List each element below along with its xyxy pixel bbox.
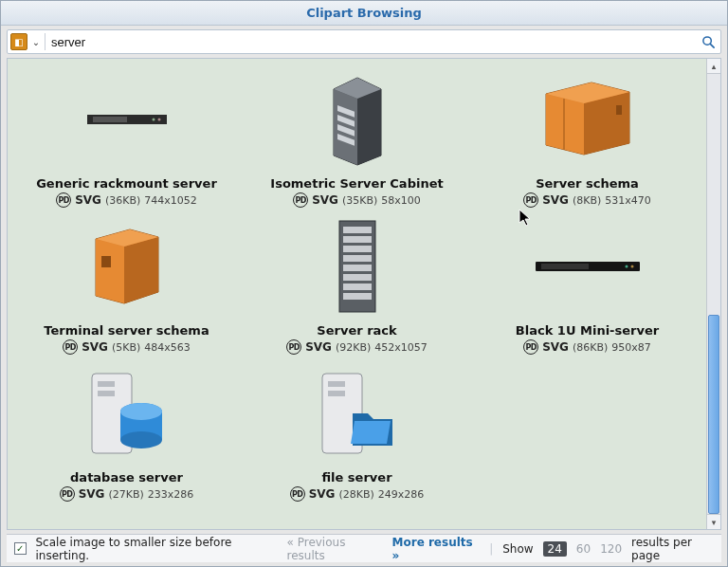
svg-rect-19: [616, 105, 622, 115]
svg-rect-32: [343, 284, 372, 290]
terminal-server-icon: [92, 228, 162, 305]
pd-license-icon: PD: [523, 339, 538, 355]
svg-rect-46: [328, 381, 345, 387]
scroll-track-area[interactable]: [707, 74, 720, 514]
svg-rect-27: [343, 236, 372, 243]
svg-rect-40: [98, 391, 115, 396]
result-title: file server: [321, 470, 391, 485]
result-item[interactable]: Terminal server schema PD SVG (5KB) 484x…: [14, 215, 240, 355]
svg-line-1: [710, 44, 714, 47]
vertical-scrollbar[interactable]: ▴ ▾: [706, 59, 720, 529]
result-title: Terminal server schema: [44, 323, 209, 338]
scroll-thumb[interactable]: [708, 315, 719, 514]
result-size: (36KB): [105, 194, 140, 207]
search-bar: ◧ ⌄: [7, 29, 721, 54]
result-size: (28KB): [338, 488, 373, 501]
isometric-cabinet-icon: [324, 72, 391, 167]
svg-point-43: [120, 431, 162, 448]
window-title: Clipart Browsing: [306, 6, 422, 20]
pager: Show 24 60 120 results per page: [502, 536, 714, 562]
svg-rect-39: [98, 381, 115, 387]
source-icon[interactable]: ◧: [10, 33, 27, 50]
page-size-120[interactable]: 120: [600, 542, 622, 556]
thumbnail: [536, 215, 640, 318]
svg-marker-8: [357, 89, 381, 165]
pd-license-icon: PD: [290, 486, 305, 502]
mini-server-icon: [536, 259, 640, 274]
result-size: (86KB): [573, 341, 608, 354]
result-size: (92KB): [336, 341, 371, 354]
grid-row: Terminal server schema PD SVG (5KB) 484x…: [11, 215, 702, 355]
result-meta: PD SVG (8KB) 531x470: [523, 192, 651, 208]
result-item[interactable]: Black 1U Mini-server PD SVG (86KB) 950x8…: [475, 215, 701, 355]
server-rack-icon: [336, 219, 379, 314]
result-format: SVG: [542, 340, 569, 354]
svg-rect-29: [343, 255, 372, 262]
result-size: (35KB): [342, 194, 377, 207]
empty-cell: [475, 362, 701, 502]
scale-image-checkbox[interactable]: ✓: [14, 542, 27, 555]
result-size: (5KB): [112, 341, 140, 354]
svg-point-44: [120, 403, 162, 420]
page-size-24[interactable]: 24: [543, 541, 567, 557]
result-meta: PD SVG (36KB) 744x1052: [56, 192, 197, 208]
result-meta: PD SVG (27KB) 233x286: [60, 486, 194, 502]
search-icon: [701, 35, 716, 49]
pd-license-icon: PD: [63, 339, 78, 355]
search-input[interactable]: [47, 35, 696, 49]
result-dims: 249x286: [378, 488, 425, 501]
result-title: database server: [70, 470, 183, 485]
result-dims: 744x1052: [144, 194, 197, 207]
result-item[interactable]: file server PD SVG (28KB) 249x286: [245, 362, 470, 502]
thumbnail: [92, 215, 162, 318]
rackmount-server-icon: [87, 112, 167, 127]
result-title: Generic rackmount server: [36, 176, 217, 191]
svg-marker-15: [546, 94, 584, 155]
scroll-up-button[interactable]: ▴: [707, 59, 720, 74]
database-server-icon: [86, 368, 168, 459]
result-meta: PD SVG (28KB) 249x286: [290, 486, 425, 502]
result-meta: PD SVG (35KB) 58x100: [293, 192, 421, 208]
thumbnail: [540, 68, 635, 171]
result-format: SVG: [305, 340, 332, 354]
pd-license-icon: PD: [523, 192, 538, 208]
svg-rect-47: [328, 391, 345, 396]
grid-row: Generic rackmount server PD SVG (36KB) 7…: [11, 68, 702, 208]
result-item[interactable]: Server schema PD SVG (8KB) 531x470: [475, 68, 701, 208]
result-dims: 484x563: [144, 341, 191, 354]
result-item[interactable]: database server PD SVG (27KB) 233x286: [14, 362, 240, 502]
svg-point-36: [625, 265, 628, 268]
divider: |: [489, 542, 493, 556]
source-dropdown[interactable]: ⌄: [29, 37, 43, 47]
svg-rect-30: [343, 265, 372, 271]
svg-rect-26: [343, 227, 372, 233]
result-format: SVG: [309, 487, 336, 501]
svg-rect-33: [343, 293, 372, 300]
result-dims: 531x470: [605, 194, 651, 207]
result-title: Isometric Server Cabinet: [270, 176, 443, 191]
scroll-down-button[interactable]: ▾: [707, 514, 720, 529]
result-item[interactable]: Generic rackmount server PD SVG (36KB) 7…: [14, 68, 240, 208]
file-server-icon: [317, 368, 398, 459]
more-results-link[interactable]: More results »: [392, 536, 481, 562]
result-item[interactable]: Server rack PD SVG (92KB) 452x1057: [245, 215, 470, 355]
result-size: (27KB): [108, 488, 143, 501]
server-schema-icon: [540, 81, 635, 158]
svg-point-4: [152, 119, 155, 121]
svg-marker-7: [334, 89, 357, 165]
thumbnail: [324, 68, 391, 171]
pd-license-icon: PD: [60, 486, 75, 502]
result-format: SVG: [312, 193, 338, 207]
result-dims: 950x87: [611, 341, 651, 354]
thumbnail: [317, 362, 398, 465]
thumbnail: [86, 362, 168, 465]
result-item[interactable]: Isometric Server Cabinet PD SVG (35KB) 5…: [245, 68, 470, 208]
show-label: Show: [502, 542, 533, 556]
scale-image-label: Scale image to smaller size before inser…: [36, 536, 278, 562]
result-title: Server rack: [317, 323, 396, 338]
result-title: Server schema: [536, 176, 639, 191]
result-format: SVG: [542, 193, 569, 207]
page-size-60[interactable]: 60: [576, 542, 591, 556]
results-grid: Generic rackmount server PD SVG (36KB) 7…: [8, 59, 706, 529]
search-button[interactable]: [696, 30, 720, 53]
